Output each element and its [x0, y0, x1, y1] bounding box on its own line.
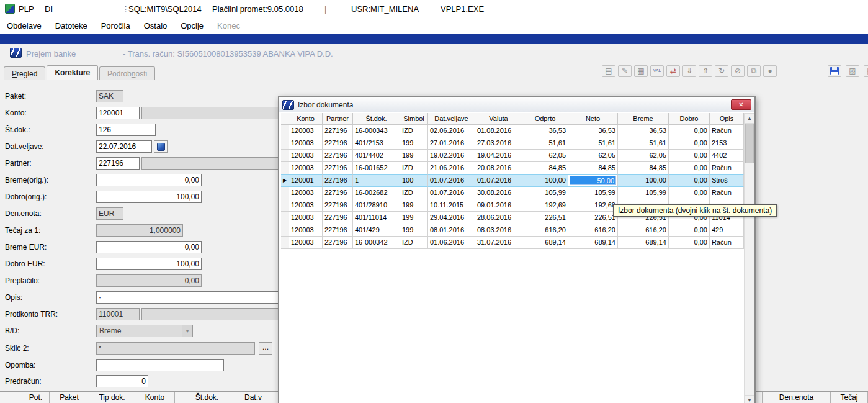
grid-cell[interactable]: 31.07.2016 — [475, 237, 522, 249]
grid-cell[interactable]: 0,00 — [669, 174, 710, 187]
grid-cell[interactable]: 227196 — [323, 125, 353, 137]
vertical-scrollbar[interactable]: ▲ ▼ — [744, 113, 754, 403]
grid-cell[interactable]: 16-000342 — [353, 237, 400, 249]
konto-input[interactable] — [96, 107, 140, 119]
grid-cell[interactable]: 227196 — [323, 212, 353, 224]
paket-input[interactable] — [96, 90, 123, 102]
grid-cell[interactable]: 401/4402 — [353, 150, 400, 162]
menu-item-porocila[interactable]: Poročila — [94, 19, 137, 33]
grid-cell[interactable]: 227196 — [323, 162, 353, 174]
windows-icon[interactable]: ⧉ — [747, 65, 761, 77]
grid-cell[interactable]: 100,00 — [522, 174, 568, 187]
grid-cell[interactable]: 2153 — [710, 137, 744, 150]
grid-cell[interactable]: 01.07.2016 — [428, 174, 475, 187]
column-header-st-dok[interactable]: Št.dok. — [353, 113, 400, 125]
grid-cell[interactable]: 01.07.2016 — [428, 187, 475, 199]
grid-cell[interactable]: Račun — [710, 187, 744, 199]
grid-cell[interactable]: IZD — [400, 125, 428, 137]
grid-cell[interactable]: 120003 — [289, 224, 323, 237]
breme-orig-input[interactable] — [96, 174, 202, 186]
grid-cell[interactable]: IZD — [400, 162, 428, 174]
import-icon[interactable]: ⇓ — [682, 65, 696, 77]
partner-input[interactable] — [96, 157, 140, 170]
grid-cell[interactable]: 199 — [400, 137, 428, 150]
grid-row-2[interactable]: 120003227196401/215319927.01.201627.03.2… — [281, 137, 744, 150]
menu-item-obdelave[interactable]: Obdelave — [0, 19, 48, 33]
grid-cell[interactable]: Račun — [710, 125, 744, 137]
scroll-up-icon[interactable]: ▲ — [745, 113, 754, 124]
grid-cell[interactable]: IZD — [400, 237, 428, 249]
grid-cell[interactable]: 29.04.2016 — [428, 212, 475, 224]
menu-item-konec[interactable]: Konec — [210, 19, 247, 33]
grid-cell[interactable]: 10.11.2015 — [428, 199, 475, 212]
grid-cell[interactable]: 227196 — [323, 224, 353, 237]
grid-cell[interactable]: 0,00 — [669, 162, 710, 174]
bottom-column-pot[interactable]: Pot. — [22, 392, 50, 403]
grid-row-4[interactable]: 12000322719616-001652IZD21.06.201620.08.… — [281, 162, 744, 174]
edit-icon[interactable]: ✎ — [618, 65, 632, 77]
row-selector[interactable] — [281, 199, 289, 212]
grid-cell[interactable]: 19.04.2016 — [475, 150, 522, 162]
grid-cell[interactable]: 09.01.2016 — [475, 199, 522, 212]
grid-cell[interactable]: 36,53 — [522, 125, 568, 137]
row-selector[interactable] — [281, 212, 289, 224]
grid-row-6[interactable]: 12000322719616-002682IZD01.07.201630.08.… — [281, 187, 744, 199]
grid-cell[interactable]: 199 — [400, 199, 428, 212]
grid-cell[interactable]: 30.08.2016 — [475, 187, 522, 199]
refresh-icon[interactable]: ↻ — [715, 65, 728, 77]
grid-cell[interactable]: 27.03.2016 — [475, 137, 522, 150]
column-header-breme[interactable]: Breme — [618, 113, 669, 125]
grid-cell[interactable]: 227196 — [323, 137, 353, 150]
grid-cell[interactable]: 21.06.2016 — [428, 162, 475, 174]
grid-row-9[interactable]: 120003227196401/42919908.01.201608.03.20… — [281, 224, 744, 237]
grid-cell[interactable]: 616,20 — [618, 224, 669, 237]
grid-cell[interactable]: 226,51 — [522, 212, 568, 224]
close-button[interactable]: ✕ — [731, 99, 751, 110]
row-selector[interactable] — [281, 224, 289, 237]
grid-cell[interactable]: 120003 — [289, 150, 323, 162]
grid-row-3[interactable]: 120003227196401/440219919.02.201619.04.2… — [281, 150, 744, 162]
grid-cell[interactable]: 0,00 — [669, 125, 710, 137]
grid-cell[interactable]: 616,20 — [522, 224, 568, 237]
grid-cell[interactable]: 429 — [710, 224, 744, 237]
grid-cell[interactable]: 227196 — [323, 199, 353, 212]
column-header-dat-veljave[interactable]: Dat.veljave — [428, 113, 475, 125]
bottom-column-den-enota[interactable]: Den.enota — [763, 392, 831, 403]
column-header-neto[interactable]: Neto — [568, 113, 618, 125]
grid-cell[interactable]: 0,00 — [669, 137, 710, 150]
preplacilo-input[interactable] — [96, 274, 202, 287]
grid-cell[interactable]: 62,05 — [618, 150, 669, 162]
grid-cell[interactable]: 100 — [400, 174, 428, 187]
tab-pregled[interactable]: Pregled — [4, 66, 45, 80]
bottom-column-tecaj[interactable]: Tečaj — [831, 392, 868, 403]
bottom-column-konto[interactable]: Konto — [135, 392, 175, 403]
bd-select[interactable]: Breme ▾ — [96, 325, 193, 337]
grid-cell[interactable]: 62,05 — [568, 150, 618, 162]
grid-cell[interactable]: 27.01.2016 — [428, 137, 475, 150]
grid-cell[interactable]: 120003 — [289, 125, 323, 137]
grid-cell[interactable]: 226,51 — [568, 212, 618, 224]
grid-cell[interactable]: 16-001652 — [353, 162, 400, 174]
grid-cell[interactable]: 01.08.2016 — [475, 125, 522, 137]
grid-cell[interactable]: 19.02.2016 — [428, 150, 475, 162]
grid-cell[interactable]: 120003 — [289, 237, 323, 249]
breme-eur-input[interactable] — [96, 241, 202, 253]
grid-cell[interactable]: 192,69 — [568, 199, 618, 212]
grid-cell[interactable]: 0,00 — [669, 187, 710, 199]
grid-cell[interactable]: 01.06.2016 — [428, 237, 475, 249]
current-row-marker-icon[interactable]: ▶ — [281, 174, 289, 187]
grid-cell[interactable]: 120003 — [289, 162, 323, 174]
menu-item-ostalo[interactable]: Ostalo — [137, 19, 174, 33]
grid-cell[interactable]: 0,00 — [669, 237, 710, 249]
column-header-partner[interactable]: Partner — [323, 113, 353, 125]
tab-podrobnosti[interactable]: Podrobnosti — [99, 66, 155, 80]
record-icon[interactable]: ● — [763, 65, 777, 77]
grid-cell[interactable]: 36,53 — [568, 125, 618, 137]
st-dok-input[interactable] — [96, 124, 156, 136]
grid-row-1[interactable]: 12000322719616-000343IZD02.06.201601.08.… — [281, 125, 744, 137]
save-icon[interactable] — [828, 65, 841, 77]
tecaj-input[interactable] — [96, 224, 183, 237]
grid-cell[interactable]: 51,61 — [568, 137, 618, 150]
grid-cell[interactable]: 401/429 — [353, 224, 400, 237]
grid-cell[interactable]: 120003 — [289, 187, 323, 199]
